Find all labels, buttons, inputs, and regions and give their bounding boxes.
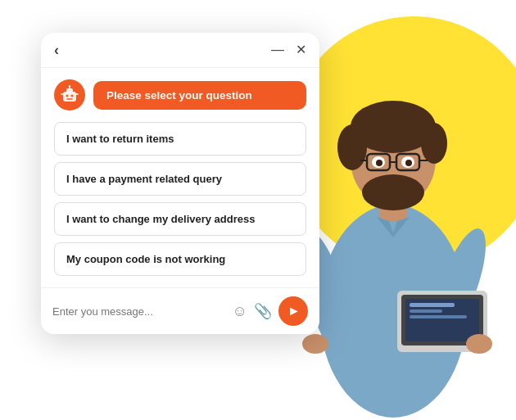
message-input[interactable] [52,305,226,318]
svg-point-15 [376,160,382,166]
svg-point-20 [302,334,328,354]
bot-header: Please select your question [41,68,319,119]
svg-point-32 [66,95,69,97]
svg-rect-26 [410,315,467,318]
close-button[interactable]: ✕ [296,43,306,56]
svg-rect-28 [63,92,76,102]
bot-icon [60,85,79,105]
title-bar-left: ‹ [54,43,59,57]
option-coupon-code-label: My coupon code is not working [66,253,225,265]
minimize-button[interactable]: — [271,43,284,56]
option-payment-query-label: I have a payment related query [66,173,222,185]
input-icons: ☺ 📎 ► [233,296,308,326]
options-list: I want to return items I have a payment … [41,119,319,284]
svg-rect-29 [66,88,73,93]
attach-icon: 📎 [254,303,272,319]
option-payment-query[interactable]: I have a payment related query [54,162,306,196]
svg-point-4 [337,124,367,170]
svg-point-27 [466,334,492,354]
title-bar-right: — ✕ [271,43,306,56]
svg-point-33 [71,95,74,97]
option-coupon-code[interactable]: My coupon code is not working [54,242,306,276]
option-return-items-label: I want to return items [66,133,174,145]
option-delivery-address[interactable]: I want to change my delivery address [54,202,306,236]
emoji-icon: ☺ [233,303,247,319]
attach-button[interactable]: 📎 [254,304,272,318]
svg-rect-7 [369,180,418,196]
emoji-button[interactable]: ☺ [233,304,247,318]
bot-message-bubble: Please select your question [93,81,306,110]
bot-avatar [54,79,85,111]
svg-rect-24 [410,303,455,307]
scene: ‹ — ✕ [0,0,516,420]
svg-rect-25 [410,309,442,313]
title-bar: ‹ — ✕ [41,33,319,68]
bot-message-text: Please select your question [106,89,252,102]
option-return-items[interactable]: I want to return items [54,122,306,156]
svg-point-16 [405,160,412,166]
send-button[interactable]: ► [278,296,308,326]
svg-point-31 [69,85,70,87]
svg-point-5 [421,123,447,164]
option-delivery-address-label: I want to change my delivery address [66,213,255,225]
input-area: ☺ 📎 ► [41,287,319,334]
back-button[interactable]: ‹ [54,43,59,57]
chat-window: ‹ — ✕ [41,33,319,334]
send-icon: ► [287,304,301,318]
